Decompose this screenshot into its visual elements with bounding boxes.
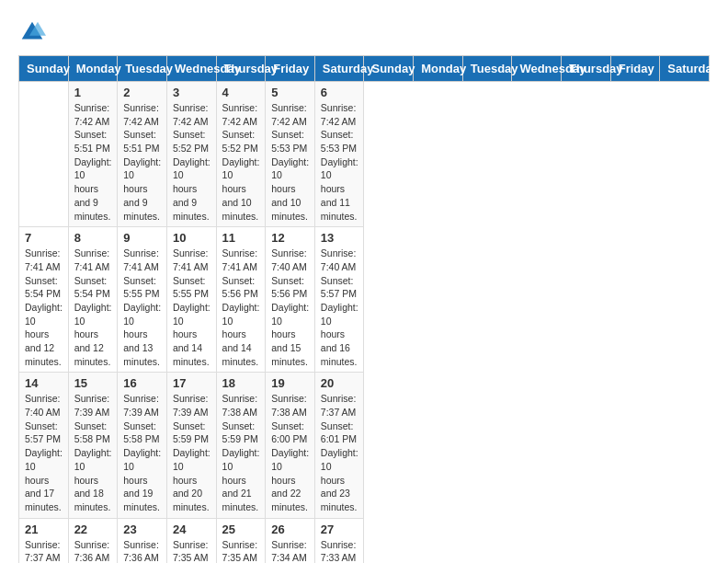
day-cell: 13Sunrise: 7:40 AMSunset: 5:57 PMDayligh…	[314, 227, 364, 373]
day-cell: 9Sunrise: 7:41 AMSunset: 5:55 PMDaylight…	[118, 227, 167, 373]
header-monday: Monday	[68, 56, 118, 82]
day-cell: 22Sunrise: 7:36 AMSunset: 6:02 PMDayligh…	[68, 518, 118, 563]
day-cell: 7Sunrise: 7:41 AMSunset: 5:54 PMDaylight…	[19, 227, 69, 373]
col-header-monday: Monday	[414, 56, 463, 82]
day-info: Sunrise: 7:39 AMSunset: 5:58 PMDaylight:…	[74, 392, 112, 513]
day-info: Sunrise: 7:42 AMSunset: 5:51 PMDaylight:…	[123, 101, 161, 223]
day-cell: 23Sunrise: 7:36 AMSunset: 6:02 PMDayligh…	[118, 518, 167, 563]
day-cell: 20Sunrise: 7:37 AMSunset: 6:01 PMDayligh…	[314, 373, 364, 518]
day-number: 14	[25, 376, 63, 390]
day-cell: 2Sunrise: 7:42 AMSunset: 5:51 PMDaylight…	[118, 82, 167, 227]
col-header-friday: Friday	[610, 56, 660, 82]
day-info: Sunrise: 7:42 AMSunset: 5:51 PMDaylight:…	[74, 101, 112, 223]
day-info: Sunrise: 7:37 AMSunset: 6:01 PMDaylight:…	[321, 392, 358, 513]
day-info: Sunrise: 7:40 AMSunset: 5:57 PMDaylight:…	[321, 247, 358, 368]
col-header-tuesday: Tuesday	[462, 56, 512, 82]
week-row-3: 14Sunrise: 7:40 AMSunset: 5:57 PMDayligh…	[19, 373, 710, 518]
logo-icon	[18, 18, 46, 46]
header-wednesday: Wednesday	[166, 56, 216, 82]
day-cell: 24Sunrise: 7:35 AMSunset: 6:03 PMDayligh…	[166, 518, 216, 563]
day-number: 3	[173, 86, 210, 99]
day-number: 4	[222, 86, 260, 99]
week-row-1: 1Sunrise: 7:42 AMSunset: 5:51 PMDaylight…	[19, 82, 710, 227]
week-row-2: 7Sunrise: 7:41 AMSunset: 5:54 PMDaylight…	[19, 227, 710, 373]
day-info: Sunrise: 7:42 AMSunset: 5:53 PMDaylight:…	[271, 101, 309, 223]
day-info: Sunrise: 7:39 AMSunset: 5:58 PMDaylight:…	[123, 392, 161, 513]
day-number: 24	[173, 523, 210, 536]
day-number: 10	[173, 231, 210, 245]
day-number: 23	[123, 523, 161, 536]
calendar-table: SundayMondayTuesdayWednesdayThursdayFrid…	[18, 55, 710, 563]
day-number: 22	[74, 523, 112, 536]
header-thursday: Thursday	[216, 56, 266, 82]
day-cell: 18Sunrise: 7:38 AMSunset: 5:59 PMDayligh…	[216, 373, 266, 518]
day-number: 21	[25, 523, 63, 536]
day-cell: 12Sunrise: 7:40 AMSunset: 5:56 PMDayligh…	[266, 227, 315, 373]
day-number: 9	[123, 231, 161, 245]
day-cell: 17Sunrise: 7:39 AMSunset: 5:59 PMDayligh…	[166, 373, 216, 518]
day-number: 15	[74, 376, 112, 390]
day-cell	[19, 82, 69, 227]
day-info: Sunrise: 7:41 AMSunset: 5:54 PMDaylight:…	[74, 247, 112, 368]
day-cell: 14Sunrise: 7:40 AMSunset: 5:57 PMDayligh…	[19, 373, 69, 518]
day-cell: 8Sunrise: 7:41 AMSunset: 5:54 PMDaylight…	[68, 227, 118, 373]
calendar-header-row: SundayMondayTuesdayWednesdayThursdayFrid…	[19, 56, 710, 82]
day-number: 8	[74, 231, 112, 245]
day-number: 17	[173, 376, 210, 390]
logo	[18, 18, 50, 46]
day-number: 13	[321, 231, 358, 245]
day-number: 20	[321, 376, 358, 390]
day-cell: 1Sunrise: 7:42 AMSunset: 5:51 PMDaylight…	[68, 82, 118, 227]
week-row-4: 21Sunrise: 7:37 AMSunset: 6:01 PMDayligh…	[19, 518, 710, 563]
day-cell: 19Sunrise: 7:38 AMSunset: 6:00 PMDayligh…	[266, 373, 315, 518]
day-cell: 25Sunrise: 7:35 AMSunset: 6:04 PMDayligh…	[216, 518, 266, 563]
day-number: 27	[321, 523, 358, 536]
day-number: 16	[123, 376, 161, 390]
day-info: Sunrise: 7:41 AMSunset: 5:54 PMDaylight:…	[25, 247, 63, 368]
day-number: 12	[271, 231, 309, 245]
day-info: Sunrise: 7:40 AMSunset: 5:56 PMDaylight:…	[271, 247, 309, 368]
day-info: Sunrise: 7:35 AMSunset: 6:04 PMDaylight:…	[222, 538, 260, 563]
day-info: Sunrise: 7:38 AMSunset: 5:59 PMDaylight:…	[222, 392, 260, 513]
day-number: 18	[222, 376, 260, 390]
header-sunday: Sunday	[19, 56, 69, 82]
header-friday: Friday	[266, 56, 315, 82]
day-cell: 4Sunrise: 7:42 AMSunset: 5:52 PMDaylight…	[216, 82, 266, 227]
day-info: Sunrise: 7:41 AMSunset: 5:56 PMDaylight:…	[222, 247, 260, 368]
header-saturday: Saturday	[314, 56, 364, 82]
day-cell: 21Sunrise: 7:37 AMSunset: 6:01 PMDayligh…	[19, 518, 69, 563]
day-number: 2	[123, 86, 161, 99]
day-info: Sunrise: 7:41 AMSunset: 5:55 PMDaylight:…	[123, 247, 161, 368]
header-tuesday: Tuesday	[118, 56, 167, 82]
day-cell: 26Sunrise: 7:34 AMSunset: 6:04 PMDayligh…	[266, 518, 315, 563]
day-cell: 5Sunrise: 7:42 AMSunset: 5:53 PMDaylight…	[266, 82, 315, 227]
day-info: Sunrise: 7:35 AMSunset: 6:03 PMDaylight:…	[173, 538, 210, 563]
day-info: Sunrise: 7:39 AMSunset: 5:59 PMDaylight:…	[173, 392, 210, 513]
day-cell: 15Sunrise: 7:39 AMSunset: 5:58 PMDayligh…	[68, 373, 118, 518]
day-info: Sunrise: 7:36 AMSunset: 6:02 PMDaylight:…	[123, 538, 161, 563]
col-header-wednesday: Wednesday	[512, 56, 562, 82]
day-info: Sunrise: 7:40 AMSunset: 5:57 PMDaylight:…	[25, 392, 63, 513]
day-cell: 11Sunrise: 7:41 AMSunset: 5:56 PMDayligh…	[216, 227, 266, 373]
day-number: 5	[271, 86, 309, 99]
day-info: Sunrise: 7:36 AMSunset: 6:02 PMDaylight:…	[74, 538, 112, 563]
page-header	[18, 18, 710, 46]
day-number: 1	[74, 86, 112, 99]
day-info: Sunrise: 7:37 AMSunset: 6:01 PMDaylight:…	[25, 538, 63, 563]
day-number: 19	[271, 376, 309, 390]
day-info: Sunrise: 7:42 AMSunset: 5:52 PMDaylight:…	[173, 101, 210, 223]
day-info: Sunrise: 7:42 AMSunset: 5:53 PMDaylight:…	[321, 101, 358, 223]
day-cell: 6Sunrise: 7:42 AMSunset: 5:53 PMDaylight…	[314, 82, 364, 227]
day-cell: 16Sunrise: 7:39 AMSunset: 5:58 PMDayligh…	[118, 373, 167, 518]
day-cell: 3Sunrise: 7:42 AMSunset: 5:52 PMDaylight…	[166, 82, 216, 227]
col-header-sunday: Sunday	[364, 56, 414, 82]
day-info: Sunrise: 7:41 AMSunset: 5:55 PMDaylight:…	[173, 247, 210, 368]
day-number: 25	[222, 523, 260, 536]
day-number: 26	[271, 523, 309, 536]
day-info: Sunrise: 7:34 AMSunset: 6:04 PMDaylight:…	[271, 538, 309, 563]
day-info: Sunrise: 7:33 AMSunset: 6:05 PMDaylight:…	[321, 538, 358, 563]
day-number: 6	[321, 86, 358, 99]
day-number: 7	[25, 231, 63, 245]
day-info: Sunrise: 7:38 AMSunset: 6:00 PMDaylight:…	[271, 392, 309, 513]
col-header-thursday: Thursday	[562, 56, 611, 82]
